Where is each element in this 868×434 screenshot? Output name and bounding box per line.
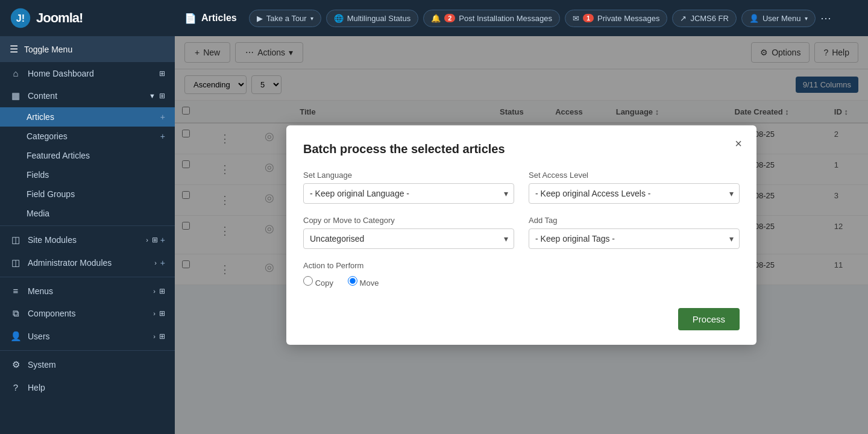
system-icon: ⚙ <box>10 359 22 370</box>
envelope-icon: ✉ <box>573 14 579 23</box>
action-radio-group: Copy Move <box>303 276 740 294</box>
sidebar-item-label: Menus <box>28 286 153 296</box>
sidebar-item-label: Media <box>27 209 49 218</box>
take-a-tour-button[interactable]: ▶ Take a Tour ▾ <box>249 10 321 27</box>
toggle-menu-icon: ☰ <box>10 43 18 55</box>
action-to-perform-label: Action to Perform <box>303 261 740 270</box>
chevron-icon: › <box>153 333 156 340</box>
action-to-perform-group: Action to Perform Copy Move <box>303 261 740 294</box>
modules-icon: ◫ <box>10 234 22 245</box>
jcms-button[interactable]: ↗ JCMS6 FR <box>672 10 737 27</box>
multilingual-label: Multilingual Status <box>347 14 411 23</box>
sidebar-item-site-modules[interactable]: ◫ Site Modules › ⊞ + <box>0 228 175 251</box>
chevron-icon: › <box>154 259 157 266</box>
menus-icon: ≡ <box>10 286 22 296</box>
move-radio[interactable] <box>348 276 357 286</box>
sidebar-item-content[interactable]: ▦ Content ▼ ⊞ <box>0 84 175 107</box>
topbar-page-title: Articles <box>201 13 237 24</box>
grid-icon: ⊞ <box>159 287 165 295</box>
grid-icon: ⊞ <box>152 236 158 244</box>
plus-icon[interactable]: + <box>160 112 165 122</box>
copy-move-category-group: Copy or Move to Category Uncategorised E… <box>303 216 514 249</box>
sidebar-item-administrator-modules[interactable]: ◫ Administrator Modules › + <box>0 251 175 274</box>
users-icon: 👤 <box>10 331 22 342</box>
sidebar-item-help[interactable]: ? Help <box>0 376 175 398</box>
tour-icon: ▶ <box>257 14 263 23</box>
sidebar-item-home-dashboard[interactable]: ⌂ Home Dashboard ⊞ <box>0 62 175 84</box>
sidebar-item-media[interactable]: Media <box>0 204 175 223</box>
sidebar-item-label: Categories <box>27 131 68 141</box>
add-tag-select[interactable]: - Keep original Tags - <box>529 228 740 249</box>
sidebar-item-users[interactable]: 👤 Users › ⊞ <box>0 325 175 348</box>
sidebar-item-label: Users <box>28 332 153 341</box>
help-icon: ? <box>10 382 22 392</box>
sidebar-item-label: Content <box>28 91 149 101</box>
multilingual-status-button[interactable]: 🌐 Multilingual Status <box>326 10 419 27</box>
chevron-icon: › <box>153 310 156 317</box>
sidebar-item-label: Administrator Modules <box>28 258 154 268</box>
jcms-label: JCMS6 FR <box>690 14 729 23</box>
sidebar-item-label: Fields <box>27 170 49 180</box>
copy-option-text: Copy <box>315 278 333 288</box>
sidebar-item-featured-articles[interactable]: Featured Articles <box>0 146 175 165</box>
private-messages-button[interactable]: ✉ 1 Private Messages <box>565 10 667 27</box>
add-tag-select-wrapper: - Keep original Tags - <box>529 228 740 249</box>
chevron-icon: ▼ <box>149 92 156 99</box>
modal-title: Batch process the selected articles <box>303 142 740 156</box>
modal-footer: Process <box>303 308 740 330</box>
articles-icon: 📄 <box>184 13 197 24</box>
private-messages-label: Private Messages <box>597 14 659 23</box>
set-language-group: Set Language - Keep original Language - … <box>303 171 514 204</box>
more-options-icon[interactable]: ⋯ <box>820 11 831 25</box>
move-option-text: Move <box>360 278 379 288</box>
user-menu-button[interactable]: 👤 User Menu ▾ <box>741 10 816 27</box>
copy-move-label: Copy or Move to Category <box>303 216 514 225</box>
sidebar-item-menus[interactable]: ≡ Menus › ⊞ <box>0 280 175 302</box>
sidebar-item-label: Articles <box>27 112 54 122</box>
grid-icon: ⊞ <box>159 92 165 100</box>
set-access-select[interactable]: - Keep original Access Levels - Public R… <box>529 183 740 204</box>
main-area: 📄 Articles ▶ Take a Tour ▾ 🌐 Multilingua… <box>175 0 868 434</box>
plus-icon[interactable]: + <box>160 235 165 245</box>
move-radio-label[interactable]: Move <box>348 276 379 288</box>
sidebar-item-fields[interactable]: Fields <box>0 165 175 184</box>
sidebar-item-system[interactable]: ⚙ System <box>0 353 175 376</box>
chevron-icon: › <box>146 236 148 244</box>
sidebar-item-categories[interactable]: Categories + <box>0 127 175 146</box>
plus-icon[interactable]: + <box>160 258 165 268</box>
multilingual-icon: 🌐 <box>334 14 344 23</box>
modal-close-button[interactable]: × <box>730 135 747 152</box>
sidebar-item-field-groups[interactable]: Field Groups <box>0 184 175 204</box>
sidebar: J! Joomla! ☰ Toggle Menu ⌂ Home Dashboar… <box>0 0 175 434</box>
topbar: 📄 Articles ▶ Take a Tour ▾ 🌐 Multilingua… <box>175 0 868 36</box>
copy-radio[interactable] <box>303 276 313 286</box>
post-installation-button[interactable]: 🔔 2 Post Installation Messages <box>423 10 560 27</box>
modal-form-grid: Set Language - Keep original Language - … <box>303 171 740 249</box>
add-tag-label: Add Tag <box>529 216 740 225</box>
sidebar-item-label: System <box>28 360 165 370</box>
chevron-down-icon: ▾ <box>310 15 313 22</box>
take-a-tour-label: Take a Tour <box>266 14 307 23</box>
copy-move-select-wrapper: Uncategorised Extensions Components <box>303 228 514 249</box>
topbar-title: 📄 Articles <box>184 13 237 24</box>
content-icon: ▦ <box>10 90 22 101</box>
sidebar-item-articles[interactable]: Articles + <box>0 107 175 127</box>
external-link-icon: ↗ <box>680 14 687 23</box>
chevron-down-icon: ▾ <box>805 15 808 22</box>
sidebar-logo: J! Joomla! <box>0 0 175 36</box>
process-button[interactable]: Process <box>678 308 740 330</box>
plus-icon[interactable]: + <box>160 131 165 141</box>
modal-overlay: Batch process the selected articles × Se… <box>175 36 868 434</box>
toggle-menu-button[interactable]: ☰ Toggle Menu <box>0 36 175 62</box>
joomla-logo-icon: J! <box>10 7 31 29</box>
add-tag-group: Add Tag - Keep original Tags - <box>529 216 740 249</box>
copy-radio-label[interactable]: Copy <box>303 276 333 288</box>
toggle-menu-label: Toggle Menu <box>24 45 72 54</box>
content-area: + New ⋯ Actions ▾ ⚙ Options ? Help Asc <box>175 36 868 434</box>
copy-move-select[interactable]: Uncategorised Extensions Components <box>303 228 514 249</box>
sidebar-item-label: Components <box>28 309 153 318</box>
admin-modules-icon: ◫ <box>10 257 22 268</box>
set-language-label: Set Language <box>303 171 514 180</box>
sidebar-item-components[interactable]: ⧉ Components › ⊞ <box>0 302 175 325</box>
set-language-select[interactable]: - Keep original Language - English (en-G… <box>303 183 514 204</box>
